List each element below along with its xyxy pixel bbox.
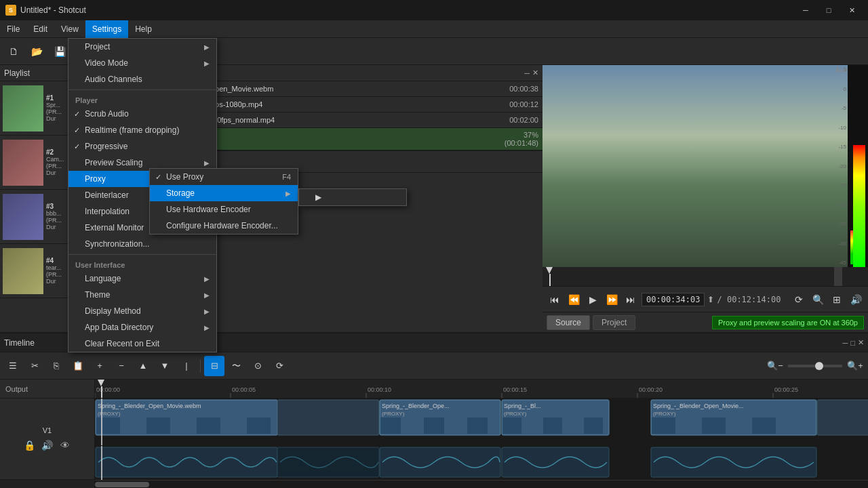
ripple-paste-button[interactable]: 📋 [68, 356, 88, 376]
menu-audio-channels[interactable]: Audio Channels [68, 71, 216, 87]
menu-synchronization[interactable]: Synchronization... [68, 236, 216, 252]
playlist-info-1: #1 Spr... (PR... Dur [46, 94, 62, 122]
menu-deinterlacer[interactable]: Deinterlacer▶ [68, 187, 216, 203]
split-button[interactable]: | [176, 356, 197, 376]
overwrite-button[interactable]: ▼ [155, 356, 175, 376]
source-project-bar: Source Project Proxy and preview scaling… [542, 312, 868, 332]
timeline-scrollbar[interactable] [95, 480, 868, 488]
timecode-spin-button[interactable]: ⬆ [707, 295, 714, 304]
skip-start-button[interactable]: ⏮ [547, 291, 563, 308]
skip-end-button[interactable]: ⏭ [623, 291, 639, 308]
app-icon-letter: S [9, 7, 13, 14]
svg-rect-43 [543, 418, 562, 434]
volume-button[interactable]: 🔊 [848, 291, 864, 308]
ripple-button[interactable]: 〜 [226, 356, 246, 376]
timeline-minimize-button[interactable]: ─ [843, 338, 848, 347]
menu-view[interactable]: View [54, 20, 85, 38]
loop-ripple-button[interactable]: ⟳ [269, 356, 290, 376]
loop-button[interactable]: ⟳ [791, 291, 807, 308]
playlist-item[interactable]: #2 Cam... (PR... Dur [0, 136, 77, 190]
source-tab[interactable]: Source [547, 315, 590, 330]
ripple-delete-button[interactable]: − [111, 356, 132, 376]
timeline-tracks-area: Output V1 🔒 🔊 👁 00:00:00 [0, 380, 868, 488]
snap-button[interactable]: ⊟ [204, 356, 224, 376]
timeline-menu-button[interactable]: ☰ [3, 356, 23, 376]
playlist-item[interactable]: #3 bbb... (PR... Dur [0, 190, 77, 244]
menu-display-method[interactable]: Display Method▶ [68, 303, 216, 319]
menu-language[interactable]: Language▶ [68, 270, 216, 287]
minimize-button[interactable]: ─ [795, 3, 816, 17]
svg-rect-1 [549, 274, 551, 286]
timeline-content: 00:00:00 00:00:05 00:00:10 00:00:15 00:0… [95, 380, 868, 488]
menu-progressive[interactable]: Progressive [68, 138, 216, 155]
timeline-scroll-thumb[interactable] [95, 482, 149, 487]
zoom-controls: 🔍− 🔍+ [765, 356, 865, 376]
audio-track [95, 446, 868, 480]
track-lock-button[interactable]: 🔒 [22, 439, 38, 452]
menu-project[interactable]: Project▶ [68, 39, 216, 55]
menu-proxy[interactable]: Proxy▶ [68, 171, 216, 187]
vu-label: -20 [833, 163, 846, 169]
zoom-button[interactable]: 🔍 [810, 291, 826, 308]
menu-separator-ui [68, 254, 216, 255]
open-button[interactable]: 📂 [26, 41, 47, 62]
menu-file[interactable]: File [0, 20, 26, 38]
v1-track: Spring_-_Blender_Open_Movie.webm (PROXY) [95, 399, 868, 446]
close-button[interactable]: ✕ [841, 3, 863, 17]
prev-frame-button[interactable]: ⏪ [566, 291, 582, 308]
svg-rect-23 [121, 418, 145, 434]
zoom-in-button[interactable]: 🔍+ [845, 356, 865, 376]
svg-text:Spring_-_Bl...: Spring_-_Bl... [504, 403, 541, 409]
zoom-out-button[interactable]: 🔍− [765, 356, 785, 376]
menu-external-monitor[interactable]: External Monitor▶ [68, 220, 216, 236]
play-button[interactable]: ▶ [585, 291, 601, 308]
jobs-controls: ─ ✕ [524, 68, 538, 77]
zoom-slider[interactable] [788, 365, 842, 367]
track-mute-button[interactable]: 🔊 [39, 439, 56, 452]
timeline-tools: ☰ ✂ ⎘ 📋 + − ▲ ▼ | ⊟ 〜 ⊙ ⟳ 🔍− 🔍+ [0, 352, 868, 380]
grid-view-button[interactable]: ⊞ [829, 291, 845, 308]
vu-label: -5 [833, 105, 846, 111]
svg-rect-52 [727, 418, 751, 434]
menu-realtime[interactable]: Realtime (frame dropping) [68, 122, 216, 138]
playlist-item[interactable]: #1 Spr... (PR... Dur [0, 81, 77, 136]
append-button[interactable]: + [90, 356, 110, 376]
menu-clear-recent[interactable]: Clear Recent on Exit [68, 336, 216, 352]
project-tab[interactable]: Project [593, 315, 635, 330]
tab-jobs[interactable]: Jobs [221, 174, 256, 189]
timecode-ruler [542, 267, 868, 286]
title-bar: S Untitled* - Shotcut ─ □ ✕ [0, 0, 868, 20]
timecode-current[interactable]: 00:00:34:03 [642, 293, 705, 306]
svg-rect-41 [502, 418, 521, 434]
vu-scale: 3 0 -5 -10 -15 -20 -25 -30 -35 -40 -45 [833, 65, 846, 267]
proxy-status: Proxy and preview scaling are ON at 360p [712, 316, 864, 329]
menu-help[interactable]: Help [128, 20, 159, 38]
menu-edit[interactable]: Edit [26, 20, 54, 38]
new-button[interactable]: 🗋 [3, 41, 24, 62]
jobs-minimize-button[interactable]: ─ [524, 68, 530, 77]
playlist-item[interactable]: #4 tear... (PR... Dur [0, 244, 77, 298]
maximize-button[interactable]: □ [818, 3, 840, 17]
svg-text:00:00:00: 00:00:00 [96, 386, 120, 393]
menu-preview-scaling[interactable]: Preview Scaling▶ [68, 155, 216, 171]
menu-scrub-audio[interactable]: Scrub Audio [68, 106, 216, 122]
track-solo-button[interactable]: 👁 [57, 439, 73, 452]
menu-interpolation[interactable]: Interpolation▶ [68, 203, 216, 220]
jobs-close-button[interactable]: ✕ [532, 68, 538, 77]
ripple-copy-button[interactable]: ⎘ [46, 356, 66, 376]
timeline-maximize-button[interactable]: □ [850, 338, 855, 347]
menu-video-mode[interactable]: Video Mode▶ [68, 55, 216, 71]
svg-rect-65 [380, 447, 500, 477]
ripple-cut-button[interactable]: ✂ [24, 356, 45, 376]
settings-menu[interactable]: Project▶ Video Mode▶ Audio Channels Play… [68, 38, 217, 352]
next-frame-button[interactable]: ⏩ [604, 291, 620, 308]
menu-app-data-dir[interactable]: App Data Directory▶ [68, 319, 216, 336]
svg-rect-2 [834, 267, 842, 286]
timeline-close-button[interactable]: ✕ [858, 338, 864, 347]
menu-settings[interactable]: Settings [85, 20, 128, 38]
lift-button[interactable]: ▲ [133, 356, 153, 376]
vu-active-bar [853, 145, 865, 267]
ripple-all-button[interactable]: ⊙ [248, 356, 268, 376]
menu-theme[interactable]: Theme▶ [68, 287, 216, 303]
svg-rect-29 [277, 400, 379, 435]
